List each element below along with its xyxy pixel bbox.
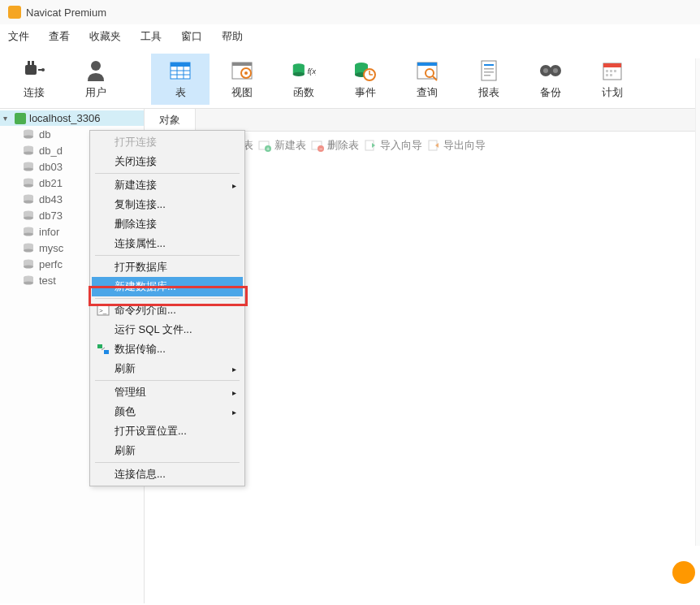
svg-text:f(x): f(x) — [307, 67, 316, 76]
tool-import-wizard-label: 导入向导 — [380, 138, 422, 153]
context-menu-item-label: 刷新 — [115, 361, 136, 376]
toolbar-view-label: 视图 — [231, 86, 253, 100]
database-label: perfc — [39, 258, 63, 270]
svg-point-74 — [24, 282, 33, 285]
toolbar-table-label: 表 — [175, 86, 186, 100]
context-menu-item[interactable]: 打开设置位置... — [92, 421, 243, 441]
right-edge-strip — [695, 58, 700, 546]
toolbar-backup[interactable]: 备份 — [521, 54, 580, 105]
report-icon — [477, 58, 501, 83]
context-menu-item-label: 打开设置位置... — [115, 424, 187, 439]
tool-delete-table-label: 删除表 — [327, 138, 359, 153]
context-menu-item-label: 连接信息... — [115, 467, 166, 482]
database-icon — [23, 178, 34, 188]
chevron-right-icon: ▸ — [232, 408, 236, 417]
toolbar-schedule-label: 计划 — [602, 86, 623, 100]
new-table-icon: + — [258, 139, 271, 152]
context-menu-item[interactable]: 颜色▸ — [92, 402, 243, 421]
toolbar-connection-label: 连接 — [24, 86, 45, 100]
database-label: db_d — [39, 145, 63, 157]
svg-rect-43 — [606, 74, 608, 76]
toolbar-event[interactable]: 事件 — [336, 54, 395, 105]
context-menu-item-label: 连接属性... — [115, 236, 166, 251]
database-label: test — [39, 274, 56, 287]
svg-point-47 — [24, 136, 33, 139]
menu-separator — [95, 462, 240, 463]
svg-point-14 — [244, 71, 248, 75]
menu-window[interactable]: 窗口 — [181, 29, 202, 44]
context-menu-item[interactable]: 新建数据库... — [92, 277, 243, 296]
svg-rect-26 — [417, 63, 437, 66]
toolbar-query[interactable]: 查询 — [398, 54, 456, 105]
menu-tools[interactable]: 工具 — [140, 29, 162, 44]
context-menu-item[interactable]: 运行 SQL 文件... — [92, 320, 243, 339]
database-icon — [23, 162, 34, 171]
toolbar-query-label: 查询 — [417, 86, 438, 100]
context-menu-item-label: 运行 SQL 文件... — [115, 322, 192, 337]
app-title: Navicat Premium — [26, 6, 106, 19]
event-icon — [353, 58, 378, 83]
context-menu-item[interactable]: 数据传输... — [92, 339, 243, 359]
tool-new-table[interactable]: + 新建表 — [258, 138, 306, 153]
tool-export-wizard[interactable]: 导出向导 — [427, 138, 486, 153]
toolbar-backup-label: 备份 — [540, 86, 561, 100]
toolbar-schedule[interactable]: 计划 — [583, 54, 642, 105]
database-label: db73 — [39, 210, 63, 222]
svg-rect-41 — [610, 70, 612, 72]
export-icon — [427, 139, 440, 152]
svg-point-17 — [293, 72, 305, 76]
import-icon — [364, 139, 377, 152]
context-menu-item[interactable]: >_命令列介面... — [92, 300, 243, 320]
svg-point-62 — [24, 217, 33, 220]
context-menu-item[interactable]: 刷新 — [92, 441, 243, 460]
toolbar-event-label: 事件 — [355, 86, 376, 100]
svg-rect-6 — [171, 63, 190, 67]
query-icon — [415, 58, 439, 83]
context-menu-item-label: 打开连接 — [115, 135, 157, 149]
context-menu-item[interactable]: 连接属性... — [92, 234, 243, 253]
svg-point-37 — [553, 68, 558, 73]
context-menu-item: 打开连接 — [92, 132, 243, 152]
menu-help[interactable]: 帮助 — [222, 29, 243, 44]
tool-export-wizard-label: 导出向导 — [443, 138, 486, 153]
toolbar-function[interactable]: f(x) 函数 — [274, 54, 333, 105]
context-menu-item[interactable]: 刷新▸ — [92, 359, 243, 378]
svg-rect-88 — [97, 344, 102, 348]
context-menu-item[interactable]: 管理组▸ — [92, 382, 243, 402]
context-menu-item-label: 管理组 — [115, 385, 146, 400]
svg-rect-0 — [25, 65, 37, 75]
menu-separator — [95, 173, 240, 174]
menu-view[interactable]: 查看 — [49, 29, 70, 44]
context-menu-item[interactable]: 删除连接 — [92, 214, 243, 234]
toolbar-table[interactable]: 表 — [151, 54, 210, 105]
context-menu-item[interactable]: 连接信息... — [92, 465, 243, 484]
svg-rect-44 — [610, 74, 612, 76]
toolbar-report[interactable]: 报表 — [460, 54, 518, 105]
context-menu-item[interactable]: 新建连接▸ — [92, 175, 243, 195]
backup-icon — [538, 58, 563, 83]
toolbar-connection[interactable]: 连接 — [5, 54, 63, 105]
svg-rect-39 — [603, 63, 621, 67]
context-menu-item[interactable]: 关闭连接 — [92, 152, 243, 171]
svg-rect-32 — [484, 71, 494, 73]
tab-strip: 对象 — [145, 109, 700, 132]
context-menu-item[interactable]: 复制连接... — [92, 195, 243, 214]
menu-favorites[interactable]: 收藏夹 — [89, 29, 121, 44]
context-menu-item[interactable]: 打开数据库 — [92, 257, 243, 277]
toolbar-function-label: 函数 — [293, 86, 314, 100]
tab-object[interactable]: 对象 — [145, 109, 196, 131]
tool-import-wizard[interactable]: 导入向导 — [364, 138, 422, 153]
svg-rect-42 — [614, 70, 616, 72]
connection-node[interactable]: ▾ localhost_3306 — [0, 110, 144, 126]
svg-point-3 — [41, 68, 45, 71]
toolbar-view[interactable]: 视图 — [213, 54, 271, 105]
notification-badge — [672, 561, 695, 584]
toolbar-user[interactable]: 用户 — [67, 54, 125, 105]
tool-delete-table[interactable]: − 删除表 — [311, 138, 359, 153]
database-label: db21 — [39, 177, 63, 189]
transfer-icon — [97, 343, 110, 356]
database-icon — [23, 227, 34, 236]
function-icon: f(x) — [292, 58, 316, 83]
menu-file[interactable]: 文件 — [8, 29, 29, 44]
context-menu-item-label: 数据传输... — [115, 342, 166, 357]
